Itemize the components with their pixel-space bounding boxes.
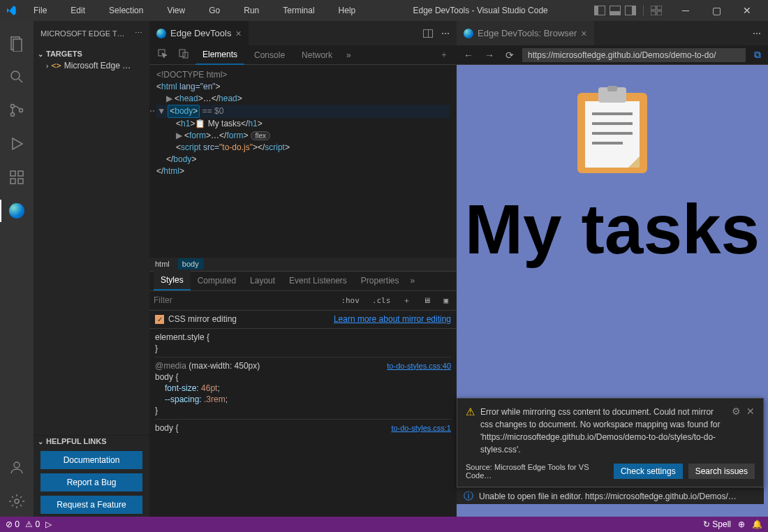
new-tab-icon[interactable]: ＋ — [436, 46, 452, 64]
window-controls: ─ ▢ ✕ — [670, 0, 762, 21]
dom-html-open[interactable]: <html lang="en"> — [156, 81, 450, 93]
activity-extensions[interactable] — [0, 161, 34, 194]
targets-header[interactable]: ⌄ TARGETS — [34, 48, 149, 59]
status-warnings[interactable]: ⚠ 0 — [25, 519, 40, 529]
minimize-button[interactable]: ─ — [670, 0, 701, 21]
titlebar: File Edit Selection View Go Run Terminal… — [0, 0, 768, 21]
menu-go[interactable]: Go — [198, 3, 231, 18]
dom-script[interactable]: <script src="to-do.js"></script> — [156, 142, 450, 154]
new-style-rule-icon[interactable]: ＋ — [399, 294, 415, 307]
dom-html-close[interactable]: </html> — [156, 165, 450, 177]
check-settings-button[interactable]: Check settings — [614, 464, 683, 479]
toggle-common-rendering-icon[interactable]: 🖥 — [419, 295, 435, 306]
dom-form[interactable]: ▶<form>…</form>flex — [156, 130, 450, 142]
tab-edge-devtools[interactable]: Edge DevTools × — [149, 21, 249, 45]
styles-tab-properties[interactable]: Properties — [354, 272, 406, 290]
styles-filter-input[interactable] — [154, 295, 332, 305]
css-pane[interactable]: element.style { } to-do-styles.css:40 @m… — [149, 329, 457, 519]
activity-run-debug[interactable] — [0, 127, 34, 161]
toggle-panel-icon[interactable] — [610, 6, 621, 15]
window-title: Edge DevTools - Visual Studio Code — [367, 6, 594, 15]
flex-badge[interactable]: flex — [251, 131, 270, 140]
styles-tab-styles[interactable]: Styles — [154, 271, 191, 290]
svg-point-6 — [11, 71, 20, 80]
menu-edit[interactable]: Edit — [59, 3, 96, 18]
notification-settings-icon[interactable]: ⚙ — [732, 406, 741, 417]
menu-selection[interactable]: Selection — [98, 3, 154, 18]
more-tabs-icon[interactable]: » — [342, 47, 355, 63]
devtools-tab-console[interactable]: Console — [247, 46, 292, 64]
dom-body-close[interactable]: </body> — [156, 154, 450, 165]
devtools-tab-network[interactable]: Network — [295, 46, 339, 64]
sidebar-more-icon[interactable]: ⋯ — [135, 29, 142, 38]
more-actions-icon[interactable]: ⋯ — [753, 29, 761, 38]
sidebar-item-target[interactable]: › <> Microsoft Edge … — [34, 59, 149, 72]
mirror-checkbox[interactable]: ✓ — [155, 315, 164, 324]
close-icon[interactable]: × — [581, 28, 586, 39]
styles-tab-event-listeners[interactable]: Event Listeners — [282, 272, 354, 290]
customize-layout-icon[interactable] — [651, 6, 662, 15]
more-tabs-icon[interactable]: » — [406, 273, 420, 288]
status-feedback-icon[interactable]: ⊕ — [738, 519, 745, 529]
status-debug-icon[interactable]: ▷ — [45, 519, 52, 529]
request-feature-button[interactable]: Request a Feature — [40, 496, 142, 514]
rule-selector[interactable]: element.style { — [155, 332, 209, 342]
css-prop[interactable]: font-size: 46pt; — [155, 383, 220, 393]
status-spell[interactable]: ↻ Spell — [703, 519, 731, 529]
source-link[interactable]: to-do-styles.css:40 — [387, 360, 451, 371]
menu-view[interactable]: View — [156, 3, 196, 18]
styles-tab-computed[interactable]: Computed — [191, 272, 243, 290]
dom-h1[interactable]: <h1>📋 My tasks</h1> — [156, 118, 450, 130]
toggle-primary-sidebar-icon[interactable] — [594, 6, 605, 15]
media-query[interactable]: @media (max-width: 450px) — [155, 361, 260, 371]
activity-search[interactable] — [0, 60, 34, 94]
activity-settings[interactable] — [0, 485, 34, 518]
close-button[interactable]: ✕ — [732, 0, 762, 21]
activity-accounts[interactable] — [0, 451, 34, 485]
cls-button[interactable]: .cls — [368, 295, 395, 306]
reload-button[interactable]: ⟳ — [503, 48, 517, 62]
editor-status-error[interactable]: ⓘ Unable to open file in editor. https:/… — [457, 487, 764, 504]
back-button[interactable]: ← — [461, 48, 476, 62]
breadcrumb-html[interactable]: html — [155, 260, 170, 268]
devtools-tab-elements[interactable]: Elements — [195, 45, 244, 65]
dom-head[interactable]: ▶<head>…</head> — [156, 93, 450, 105]
more-actions-icon[interactable]: ⋯ — [441, 29, 450, 38]
learn-more-link[interactable]: Learn more about mirror editing — [334, 314, 451, 324]
search-issues-button[interactable]: Search issues — [688, 464, 755, 479]
device-emulation-icon[interactable] — [175, 46, 193, 64]
dom-body[interactable]: ⋯ ▼<body> == $0 — [156, 105, 450, 118]
url-bar[interactable]: https://microsoftedge.github.io/Demos/de… — [522, 48, 746, 62]
source-link[interactable]: to-do-styles.css:1 — [391, 422, 451, 434]
helpful-links-header[interactable]: ⌄ HELPFUL LINKS — [34, 436, 149, 447]
menu-terminal[interactable]: Terminal — [272, 3, 325, 18]
rule-selector[interactable]: body { — [155, 372, 178, 382]
close-icon[interactable]: × — [235, 28, 241, 39]
maximize-button[interactable]: ▢ — [701, 0, 732, 21]
styles-tab-layout[interactable]: Layout — [243, 272, 282, 290]
forward-button[interactable]: → — [482, 48, 497, 62]
activity-edge-devtools[interactable] — [0, 194, 34, 228]
menu-help[interactable]: Help — [327, 3, 367, 18]
report-bug-button[interactable]: Report a Bug — [40, 473, 142, 492]
status-notifications-icon[interactable]: 🔔 — [752, 519, 762, 529]
tab-edge-devtools-browser[interactable]: Edge DevTools: Browser × — [457, 21, 595, 45]
menu-run[interactable]: Run — [232, 3, 270, 18]
activity-source-control[interactable] — [0, 94, 34, 127]
rule-selector[interactable]: body { — [155, 423, 178, 433]
inspect-element-icon[interactable] — [154, 46, 172, 64]
toggle-secondary-sidebar-icon[interactable] — [625, 6, 636, 15]
breadcrumb-body[interactable]: body — [178, 258, 203, 269]
notification-close-icon[interactable]: ✕ — [746, 406, 755, 417]
screencast-settings-icon[interactable]: ⧉ — [751, 47, 764, 62]
hov-button[interactable]: :hov — [337, 295, 364, 306]
css-prop[interactable]: --spacing: .3rem; — [155, 394, 228, 404]
computed-styles-icon[interactable]: ▣ — [439, 295, 452, 306]
menu-file[interactable]: File — [22, 3, 58, 18]
dom-doctype[interactable]: <!DOCTYPE html> — [156, 69, 450, 81]
documentation-button[interactable]: Documentation — [40, 451, 142, 469]
dom-tree[interactable]: <!DOCTYPE html> <html lang="en"> ▶<head>… — [149, 65, 457, 258]
split-editor-icon[interactable] — [423, 29, 433, 38]
activity-explorer[interactable] — [0, 27, 34, 60]
status-errors[interactable]: ⊘ 0 — [6, 519, 20, 529]
